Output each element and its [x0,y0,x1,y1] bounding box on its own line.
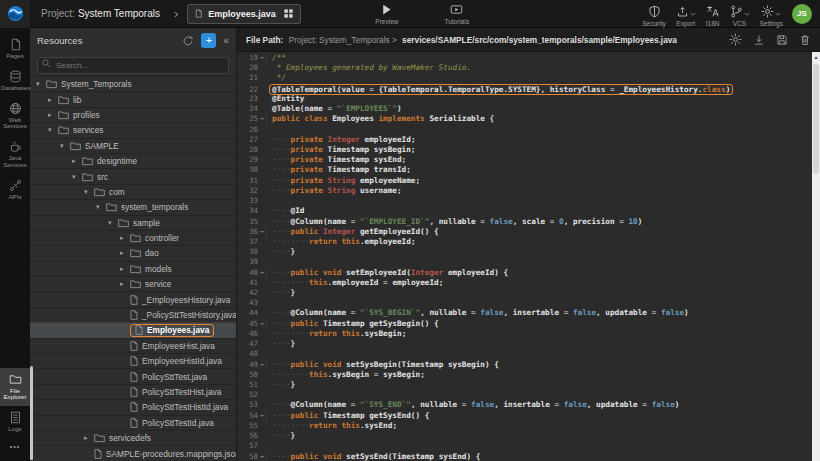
chevron-down-icon[interactable]: ▾ [96,203,106,211]
search-input[interactable] [37,57,229,74]
code-line[interactable]: 37········return this.employeeId; [237,237,812,247]
settings-button[interactable]: Settings [760,5,784,27]
chevron-right-icon[interactable]: ▸ [84,434,94,442]
rail-item-logs[interactable]: Logs [0,406,30,438]
rail-item-pages[interactable]: Pages [0,33,30,65]
tree-row-employees-java[interactable]: Employees.java [30,322,236,337]
fold-marker[interactable]: − [258,452,267,461]
chevron-down-icon[interactable]: ▾ [60,142,70,150]
tree-row-policystttest-java[interactable]: PolicySttTest.java [30,368,236,383]
code-line[interactable]: 26 [237,125,812,135]
chevron-down-icon[interactable]: ▾ [84,188,94,196]
code-line[interactable]: 19−/** [237,53,812,63]
code-line[interactable]: 29····private Timestamp sysEnd; [237,155,812,165]
code-line[interactable]: 36−····public Integer getEmployeeId() { [237,227,812,237]
code-line[interactable]: 50········this.sysBegin = sysBegin; [237,370,812,380]
scrollbar-thumb[interactable] [813,64,819,174]
code-line[interactable]: 32····private String username; [237,186,812,196]
chevron-down-icon[interactable]: ▾ [72,173,82,181]
tree-row-lib[interactable]: ▸lib [30,91,236,106]
fold-marker[interactable]: − [258,227,267,237]
chevron-right-icon[interactable]: ▸ [48,96,58,104]
chevron-right-icon[interactable]: ▸ [120,249,130,257]
code-line[interactable]: 54−····public Timestamp getSysEnd() { [237,411,812,421]
chevron-down-icon[interactable]: ▾ [36,80,46,88]
rail-item-more[interactable]: ••• [0,438,30,455]
code-line[interactable]: 23@Entity [237,94,812,104]
rail-item-apis[interactable]: APIs [0,174,30,206]
tree-row-com[interactable]: ▾com [30,184,236,199]
chevron-down-icon[interactable]: ▾ [48,126,58,134]
fold-marker[interactable]: − [258,53,267,63]
code-line[interactable]: 30····private Timestamp transId; [237,165,812,175]
code-line[interactable]: 42····} [237,288,812,298]
tree-row-policystttestid-java[interactable]: PolicySttTestId.java [30,415,236,430]
code-line[interactable]: 45−····public Timestamp getSysBegin() { [237,319,812,329]
tree-row-dao[interactable]: ▸dao [30,245,236,260]
fold-marker[interactable]: − [258,360,267,370]
chevron-right-icon[interactable]: ▸ [120,280,130,288]
code-line[interactable]: 20 * Employees generated by WaveMaker St… [237,63,812,73]
code-line[interactable]: 47····} [237,339,812,349]
rail-item-file-explorer[interactable]: File Explorer [0,368,30,407]
rail-item-databases[interactable]: Databases [0,65,30,97]
code-line[interactable]: 51····} [237,380,812,390]
user-avatar[interactable]: JS [792,4,812,24]
code-line[interactable]: 41········this.employeeId = employeeId; [237,278,812,288]
code-line[interactable]: 52 [237,390,812,400]
security-button[interactable]: Security [642,5,665,27]
tree-row-src[interactable]: ▾src [30,168,236,183]
tree-row-controller[interactable]: ▸controller [30,230,236,245]
chevron-right-icon[interactable]: ▸ [48,111,58,119]
tree-row-sample[interactable]: ▾SAMPLE [30,138,236,153]
i18n-button[interactable]: I18N [706,5,720,27]
tree-row-employeeshist-java[interactable]: EmployeesHist.java [30,338,236,353]
tree-row-profiles[interactable]: ▸profiles [30,107,236,122]
tree-row-employeeshistid-java[interactable]: EmployeesHistId.java [30,353,236,368]
grid-icon[interactable] [283,8,294,19]
tree-row-policystttesthistid-java[interactable]: PolicySttTestHistId.java [30,399,236,414]
tab-employees-java[interactable]: Employees.java [187,4,301,24]
preview-button[interactable]: Preview [375,3,398,25]
save-icon[interactable] [776,34,788,46]
code-line[interactable]: 22@TableTemporal(value = {TableTemporal.… [237,84,812,94]
code-line[interactable]: 46········return this.sysBegin; [237,329,812,339]
fold-marker[interactable]: − [258,114,267,124]
code-line[interactable]: 25−public class Employees implements Ser… [237,114,812,124]
tree-row-designtime[interactable]: ▸designtime [30,153,236,168]
settings-gear-icon[interactable] [729,33,742,46]
tree-row-services[interactable]: ▾services [30,122,236,137]
panel-scrollbar[interactable] [30,366,33,460]
tree-row-employeeshistory-java[interactable]: _EmployeesHistory.java [30,291,236,306]
code-line[interactable]: 21 */ [237,73,812,83]
fold-marker[interactable]: − [258,319,267,329]
code-line[interactable]: 53····@Column(name = "`SYS_END`", nullab… [237,400,812,410]
tree-row-system-temporals[interactable]: ▾System_Temporals [30,76,236,91]
collapse-panel-icon[interactable]: « [223,35,229,46]
code-line[interactable]: 38····} [237,247,812,257]
add-button[interactable]: + [201,33,216,48]
code-line[interactable]: 48 [237,349,812,359]
chevron-down-icon[interactable]: ▾ [108,219,118,227]
export-button[interactable]: Export [676,5,696,27]
tree-row-models[interactable]: ▸models [30,261,236,276]
code-line[interactable]: 55········return this.sysEnd; [237,421,812,431]
code-line[interactable]: 24@Table(name = "`EMPLOYEES`") [237,104,812,114]
code-line[interactable]: 35····@Column(name = "`EMPLOYEE_ID`", nu… [237,217,812,227]
refresh-icon[interactable] [182,35,194,47]
tree-row-sample-procedures-mappings-json[interactable]: SAMPLE-procedures.mappings.json [30,445,236,460]
code-line[interactable]: 58−····public void setSysEnd(Timestamp s… [237,452,812,461]
chevron-right-icon[interactable]: ▸ [120,234,130,242]
wavemaker-logo-icon[interactable] [0,0,30,28]
rail-item-web-services[interactable]: Web Services [0,97,30,136]
fold-marker[interactable]: − [258,268,267,278]
scroll-up-icon[interactable]: ▲ [812,52,820,62]
code-line[interactable]: 27····private Integer employeeId; [237,135,812,145]
code-line[interactable]: 28····private Timestamp sysBegin; [237,145,812,155]
code-line[interactable]: 33 [237,196,812,206]
code-line[interactable]: 40−····public void setEmployeeId(Integer… [237,268,812,278]
fold-marker[interactable]: − [258,411,267,421]
vcs-button[interactable]: VCS [730,5,750,27]
code-line[interactable]: 43 [237,298,812,308]
trash-icon[interactable] [799,34,811,46]
